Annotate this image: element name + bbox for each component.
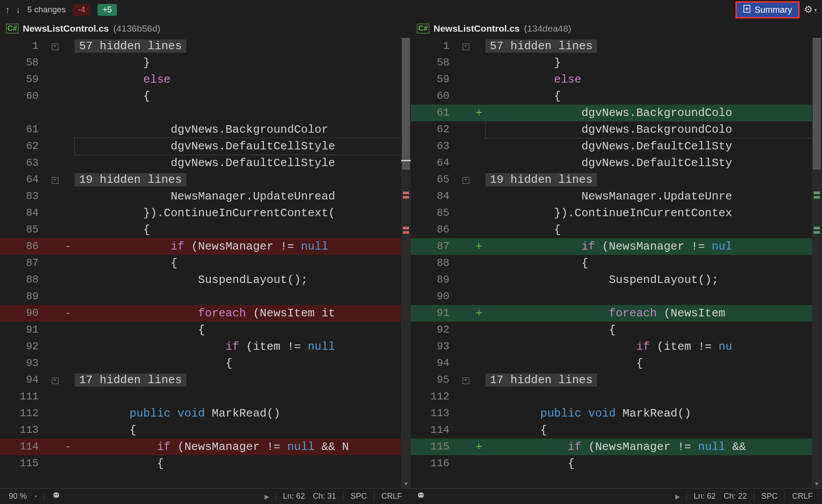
line-number: 84 xyxy=(0,205,48,221)
line-number: 89 xyxy=(0,288,48,305)
line-number: 84 xyxy=(411,188,459,205)
fold-toggle[interactable]: + xyxy=(459,38,472,54)
line-number: 87 xyxy=(0,255,48,272)
status-bar: 90 % ▾ ▶ Ln: 62 Ch: 31 SPC CRLF ▶ L xyxy=(0,488,822,504)
diff-marker xyxy=(403,227,409,229)
left-commit: (4136b56d) xyxy=(113,23,160,34)
line-number: 114 xyxy=(0,439,48,455)
right-pane: 1+57 hidden lines 58 } 59 else 60 { 61+ … xyxy=(411,38,822,488)
diff-marker xyxy=(403,196,409,199)
line-number: 95 xyxy=(411,372,459,388)
diff-area: 1+57 hidden lines 58 } 59 elseelse 60 { … xyxy=(0,38,822,488)
next-change-icon[interactable]: ↓ xyxy=(16,5,20,15)
line-number: 93 xyxy=(0,355,48,372)
chevron-down-icon: ▾ xyxy=(815,7,817,12)
diff-marker xyxy=(814,192,820,194)
line-number: 61 xyxy=(0,121,48,138)
line-number: 58 xyxy=(411,54,459,71)
right-commit: (134dea48) xyxy=(524,23,571,34)
changes-count: 5 changes xyxy=(27,5,66,15)
indent-indicator[interactable]: SPC xyxy=(758,492,781,501)
line-number: 115 xyxy=(0,455,48,472)
scroll-down-icon[interactable]: ▼ xyxy=(812,480,822,488)
line-number: 63 xyxy=(0,155,48,171)
line-number: 116 xyxy=(411,455,459,472)
left-editor[interactable]: 1+57 hidden lines 58 } 59 elseelse 60 { … xyxy=(0,38,411,488)
fold-toggle[interactable]: + xyxy=(459,171,472,188)
chevron-down-icon[interactable]: ▾ xyxy=(35,494,37,499)
fold-toggle[interactable]: + xyxy=(48,372,62,388)
deletions-badge: -4 xyxy=(73,4,91,16)
line-number: 59 xyxy=(0,71,48,88)
status-right-pane: ▶ Ln: 62 Ch: 22 SPC CRLF xyxy=(411,489,822,504)
left-scrollbar[interactable]: ▲ ▼ xyxy=(401,38,411,488)
line-number: 1 xyxy=(411,38,459,54)
line-indicator[interactable]: Ln: 62 xyxy=(690,492,719,501)
hscroll-right-icon[interactable]: ▶ xyxy=(673,493,683,500)
line-number: 58 xyxy=(0,54,48,71)
line-number: 86 xyxy=(0,238,48,255)
hidden-lines[interactable]: 57 hidden lines xyxy=(485,40,597,53)
nav-arrows: ↑ ↓ xyxy=(5,5,20,15)
settings-button[interactable]: ⚙ ▾ xyxy=(804,4,817,15)
line-number: 62 xyxy=(0,138,48,155)
line-number: 92 xyxy=(411,322,459,338)
diff-toolbar: ↑ ↓ 5 changes -4 +5 Summary ⚙ ▾ xyxy=(0,0,822,19)
hidden-lines[interactable]: 57 hidden lines xyxy=(75,40,186,53)
indent-indicator[interactable]: SPC xyxy=(347,492,370,501)
line-number: 64 xyxy=(0,171,48,188)
diff-marker xyxy=(814,231,820,234)
line-number: 91 xyxy=(411,305,459,322)
fold-toggle[interactable]: + xyxy=(48,38,62,54)
line-number: 88 xyxy=(411,255,459,272)
hidden-lines[interactable]: 17 hidden lines xyxy=(75,373,186,387)
diff-marker xyxy=(403,192,409,194)
line-number: 85 xyxy=(0,221,48,238)
zoom-level[interactable]: 90 % xyxy=(5,492,30,501)
hidden-lines[interactable]: 17 hidden lines xyxy=(485,373,597,387)
right-filename: NewsListControl.cs xyxy=(434,23,520,34)
diff-marker xyxy=(814,227,820,229)
scrollbar-thumb[interactable] xyxy=(813,38,821,170)
line-number: 90 xyxy=(411,288,459,305)
scroll-down-icon[interactable]: ▼ xyxy=(401,480,411,488)
prev-change-icon[interactable]: ↑ xyxy=(5,5,10,15)
line-number: 59 xyxy=(411,71,459,88)
line-number: 94 xyxy=(0,372,48,388)
additions-badge: +5 xyxy=(98,4,117,16)
fold-toggle[interactable]: + xyxy=(459,372,472,388)
line-number: 63 xyxy=(411,138,459,155)
col-indicator[interactable]: Ch: 22 xyxy=(720,492,750,501)
col-indicator[interactable]: Ch: 31 xyxy=(309,492,340,501)
right-scrollbar[interactable]: ▲ ▼ xyxy=(812,38,822,488)
line-number: 83 xyxy=(0,188,48,205)
copilot-icon[interactable] xyxy=(51,492,61,501)
line-number: 64 xyxy=(411,155,459,171)
copilot-icon[interactable] xyxy=(416,492,426,501)
hidden-lines[interactable]: 19 hidden lines xyxy=(485,173,597,186)
scrollbar-thumb[interactable] xyxy=(402,38,410,170)
status-left-pane: 90 % ▾ ▶ Ln: 62 Ch: 31 SPC CRLF xyxy=(0,489,411,504)
file-headers: C# NewsListControl.cs (4136b56d) C# News… xyxy=(0,19,822,38)
hidden-lines[interactable]: 19 hidden lines xyxy=(75,173,186,186)
right-editor[interactable]: 1+57 hidden lines 58 } 59 else 60 { 61+ … xyxy=(411,38,822,488)
summary-label: Summary xyxy=(754,5,792,15)
left-pane: 1+57 hidden lines 58 } 59 elseelse 60 { … xyxy=(0,38,411,488)
diff-marker xyxy=(403,231,409,234)
summary-button[interactable]: Summary xyxy=(735,1,800,18)
line-number: 114 xyxy=(411,422,459,439)
line-number: 91 xyxy=(0,322,48,338)
hscroll-right-icon[interactable]: ▶ xyxy=(262,493,272,500)
line-indicator[interactable]: Ln: 62 xyxy=(279,492,308,501)
line-number: 115 xyxy=(411,439,459,455)
line-number: 112 xyxy=(411,388,459,405)
summary-icon xyxy=(743,4,751,15)
line-number: 60 xyxy=(0,88,48,105)
line-number: 111 xyxy=(0,388,48,405)
eol-indicator[interactable]: CRLF xyxy=(789,492,816,501)
left-file-header: C# NewsListControl.cs (4136b56d) xyxy=(0,19,411,38)
line-number: 94 xyxy=(411,355,459,372)
fold-toggle[interactable]: + xyxy=(48,171,62,188)
eol-indicator[interactable]: CRLF xyxy=(378,492,406,501)
line-number: 1 xyxy=(0,38,48,54)
